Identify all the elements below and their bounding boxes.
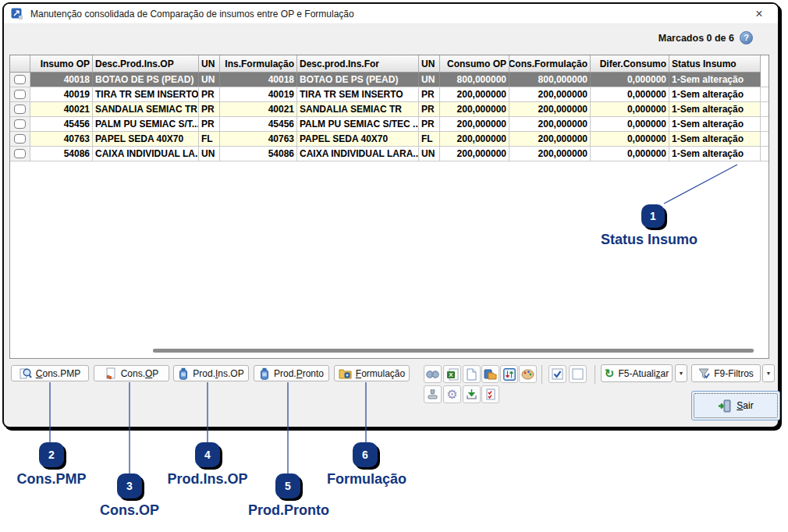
cell: UN bbox=[419, 73, 440, 87]
cell: 200,000000 bbox=[440, 102, 509, 116]
table-row[interactable]: 40018BOTAO DE PS (PEAD)UN40018BOTAO DE P… bbox=[10, 73, 768, 87]
callout-badge-4: 4 bbox=[195, 442, 220, 467]
table-row[interactable]: 40763PAPEL SEDA 40X70FL40763PAPEL SEDA 4… bbox=[10, 132, 768, 147]
f5-atualizar-button[interactable]: ↻ F5-Atualizar bbox=[601, 364, 673, 382]
send-report-icon[interactable] bbox=[481, 365, 499, 383]
cell: 1-Sem alteração bbox=[669, 102, 761, 116]
header-insumo-op[interactable]: Insumo OP bbox=[30, 55, 93, 73]
table-row[interactable]: 40019TIRA TR SEM INSERTOPR40019TIRA TR S… bbox=[10, 87, 768, 102]
cell: 200,000000 bbox=[440, 147, 509, 161]
cell: 0,000000 bbox=[591, 147, 669, 161]
folder-formula-icon bbox=[339, 367, 352, 379]
f9-dropdown-arrow[interactable]: ▼ bbox=[762, 364, 775, 382]
row-checkbox-cell[interactable] bbox=[10, 73, 30, 87]
cell: 1-Sem alteração bbox=[669, 147, 761, 161]
cell: PAPEL SEDA 40X70 bbox=[297, 132, 419, 146]
cell: 0,000000 bbox=[591, 73, 669, 87]
horizontal-scrollbar[interactable] bbox=[153, 349, 754, 353]
page: Manutenção consolidada de Comparação de … bbox=[0, 0, 788, 532]
formulacao-button[interactable]: Formulação bbox=[334, 365, 410, 381]
import-download-icon[interactable] bbox=[463, 385, 481, 403]
row-checkbox[interactable] bbox=[14, 149, 26, 158]
callout-label-formulacao: Formulação bbox=[327, 471, 406, 488]
header-ins-formulacao[interactable]: Ins.Formulação bbox=[220, 55, 297, 73]
table-row[interactable]: 45456PALM PU SEMIAC S/T...PR45456PALM PU… bbox=[10, 117, 768, 132]
cell: 40763 bbox=[220, 132, 297, 146]
cell: 0,000000 bbox=[591, 132, 669, 146]
row-checkbox[interactable] bbox=[14, 90, 26, 99]
callout-badge-3: 3 bbox=[117, 473, 142, 498]
header-cons-formulacao[interactable]: Cons.Formulação bbox=[509, 55, 591, 73]
toolbar-separator bbox=[595, 365, 595, 384]
cell: 200,000000 bbox=[509, 87, 591, 101]
row-checkbox-cell[interactable] bbox=[10, 102, 30, 116]
cell: PR bbox=[199, 87, 220, 101]
stamp-icon[interactable] bbox=[424, 385, 442, 403]
prod-pronto-button[interactable]: Prod.Pronto bbox=[254, 365, 329, 381]
new-document-icon[interactable] bbox=[463, 365, 481, 383]
help-icon[interactable]: ? bbox=[740, 31, 753, 44]
close-button[interactable]: × bbox=[751, 6, 767, 22]
cell: 0,000000 bbox=[591, 117, 669, 131]
cell: UN bbox=[199, 147, 220, 161]
sort-order-icon[interactable] bbox=[500, 365, 518, 383]
cons-op-button[interactable]: Cons.OP bbox=[94, 365, 169, 381]
cell: 200,000000 bbox=[509, 132, 591, 146]
cell: 200,000000 bbox=[440, 87, 509, 101]
cell: PR bbox=[419, 102, 440, 116]
cell: SANDALIA SEMIAC TR bbox=[93, 102, 199, 116]
document-red-icon bbox=[105, 367, 117, 380]
sair-button[interactable]: Sair bbox=[691, 391, 780, 420]
header-desc-prod-ins-op[interactable]: Desc.Prod.Ins.OP bbox=[93, 55, 199, 73]
header-status-insumo[interactable]: Status Insumo bbox=[669, 55, 761, 73]
binoculars-icon[interactable] bbox=[424, 365, 442, 383]
cell: PR bbox=[199, 102, 220, 116]
export-excel-icon[interactable]: X bbox=[443, 365, 461, 383]
marcados-counter: Marcados 0 de 6 ? bbox=[658, 31, 753, 44]
cell: 40018 bbox=[220, 73, 297, 87]
row-checkbox[interactable] bbox=[14, 75, 26, 84]
window-title: Manutenção consolidada de Comparação de … bbox=[30, 9, 354, 20]
header-un-2[interactable]: UN bbox=[419, 55, 440, 73]
checklist-icon[interactable] bbox=[481, 385, 499, 403]
cell: CAIXA INDIVIDUAL LARA... bbox=[297, 147, 419, 161]
prod-ins-op-button[interactable]: Prod.Ins.OP bbox=[173, 365, 249, 381]
row-checkbox[interactable] bbox=[14, 119, 26, 129]
filter-icon bbox=[698, 368, 710, 379]
callout-badge-2: 2 bbox=[39, 442, 64, 467]
row-checkbox[interactable] bbox=[14, 105, 26, 114]
cons-pmp-button[interactable]: Cons.PMP bbox=[11, 365, 89, 381]
cell: 1-Sem alteração bbox=[669, 73, 761, 87]
row-checkbox-cell[interactable] bbox=[10, 132, 30, 146]
cell: PR bbox=[199, 117, 220, 131]
cell: 200,000000 bbox=[509, 102, 591, 116]
uncheck-all-icon[interactable] bbox=[569, 365, 587, 383]
header-checkbox-col bbox=[10, 55, 30, 73]
cell: 800,000000 bbox=[440, 73, 509, 87]
f5-dropdown-arrow[interactable]: ▼ bbox=[675, 364, 687, 382]
cell: 54086 bbox=[220, 147, 297, 161]
settings-gear-icon[interactable]: ⚙ bbox=[443, 385, 461, 403]
header-desc-prod-ins-for[interactable]: Desc.prod.Ins.For bbox=[297, 55, 419, 73]
row-checkbox-cell[interactable] bbox=[10, 87, 30, 101]
cell: 200,000000 bbox=[509, 117, 591, 131]
row-checkbox[interactable] bbox=[14, 134, 26, 144]
cell: PALM PU SEMIAC S/TEC ... bbox=[297, 117, 419, 131]
cell: 200,000000 bbox=[509, 147, 591, 161]
header-difer-consumo[interactable]: Difer.Consumo bbox=[591, 55, 669, 73]
row-checkbox-cell[interactable] bbox=[10, 147, 30, 161]
header-consumo-op[interactable]: Consumo OP bbox=[440, 55, 509, 73]
cell: 40018 bbox=[30, 73, 93, 87]
bottle-icon bbox=[178, 367, 189, 380]
callout-label-status-insumo: Status Insumo bbox=[601, 232, 697, 248]
cell: 54086 bbox=[30, 147, 93, 161]
f9-filtros-button[interactable]: F9-Filtros bbox=[691, 364, 761, 382]
table-row[interactable]: 54086CAIXA INDIVIDUAL LA...UN54086CAIXA … bbox=[10, 147, 768, 161]
row-checkbox-cell[interactable] bbox=[10, 117, 30, 131]
check-all-icon[interactable] bbox=[548, 365, 566, 383]
cell: 200,000000 bbox=[440, 132, 509, 146]
table-row[interactable]: 40021SANDALIA SEMIAC TRPR40021SANDALIA S… bbox=[10, 102, 768, 117]
cell: 200,000000 bbox=[440, 117, 509, 131]
header-un-1[interactable]: UN bbox=[199, 55, 220, 73]
palette-icon[interactable] bbox=[519, 365, 537, 383]
